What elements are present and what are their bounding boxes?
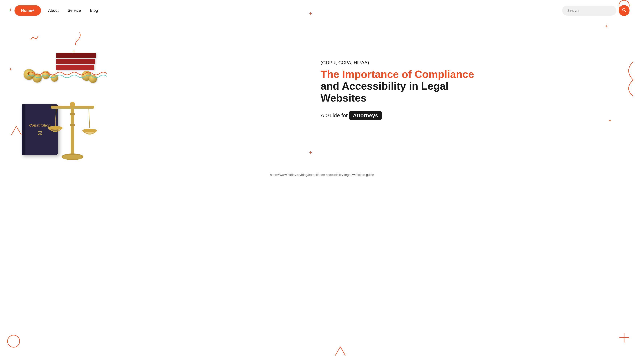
url-text: https://www.hkdev.co/blog/compliance-acc…	[270, 173, 374, 177]
hero-title-red: The Importance of Compliance	[320, 68, 630, 80]
deco-cross-bottom-right	[619, 332, 630, 344]
svg-line-8	[89, 109, 90, 128]
hero-subtitle: (GDPR, CCPA, HIPAA)	[320, 60, 630, 65]
red-books-stack	[56, 53, 96, 70]
svg-rect-11	[70, 113, 75, 115]
svg-point-6	[70, 102, 75, 107]
deco-plus-left-bottom: +	[9, 67, 12, 72]
home-button[interactable]: Home+	[14, 5, 41, 16]
deco-plus-bottom-center: +	[309, 150, 312, 155]
svg-rect-12	[70, 124, 75, 126]
nav-links: About Service Blog	[48, 8, 98, 13]
svg-rect-4	[64, 155, 82, 159]
search-button[interactable]	[619, 5, 630, 16]
hero-title-dark1: and Accessibility in Legal	[320, 80, 630, 92]
nav-blog[interactable]: Blog	[90, 8, 98, 13]
search-area	[562, 5, 630, 16]
book-emblem: ⚖	[37, 129, 42, 136]
url-bar: https://www.hkdev.co/blog/compliance-acc…	[0, 173, 644, 177]
guide-text: A Guide forAttorneys	[320, 111, 630, 120]
svg-point-10	[82, 129, 97, 132]
search-icon	[622, 8, 626, 13]
svg-line-7	[55, 109, 56, 128]
hero-title-dark2: Websites	[320, 92, 630, 104]
deco-circle-bottomleft	[7, 335, 20, 348]
hero-title: The Importance of Compliance and Accessi…	[320, 68, 630, 104]
wave-decoration	[25, 70, 109, 79]
search-input[interactable]	[562, 5, 616, 15]
navbar: Home+ About Service Blog	[0, 0, 644, 21]
scales-of-justice	[45, 92, 100, 165]
hero-text: (GDPR, CCPA, HIPAA) The Importance of Co…	[310, 60, 630, 120]
hero-section: + Constitution ⚖	[0, 21, 644, 162]
svg-line-1	[624, 10, 626, 12]
nav-about[interactable]: About	[48, 8, 59, 13]
guide-prefix: A Guide for	[320, 112, 348, 118]
book-title: Constitution	[26, 123, 54, 127]
deco-triangle-bottom	[335, 347, 346, 357]
deco-triangle-left	[11, 126, 22, 136]
nav-service[interactable]: Service	[68, 8, 81, 13]
attorneys-badge: Attorneys	[349, 111, 382, 120]
